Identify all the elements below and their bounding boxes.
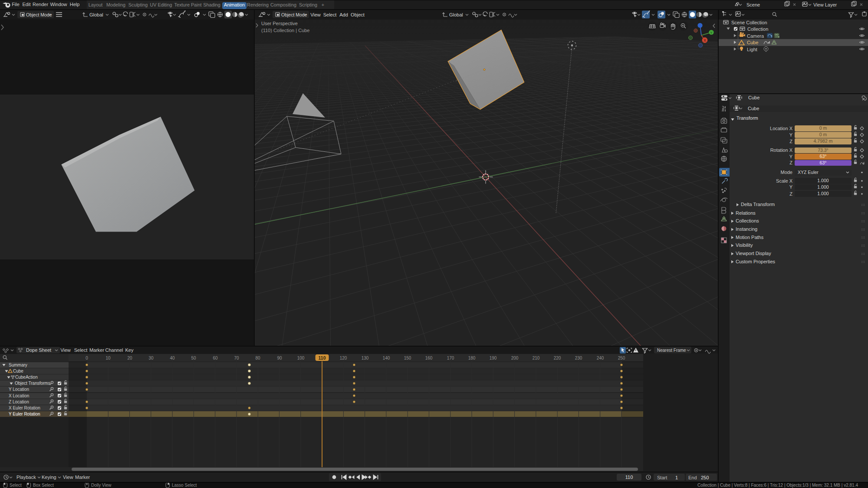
svg-text:Y: Y <box>710 31 713 35</box>
svg-text:User Perspective: User Perspective <box>261 21 298 26</box>
svg-text:(110) Collection | Cube: (110) Collection | Cube <box>261 28 310 33</box>
svg-text:110: 110 <box>319 355 326 360</box>
svg-text:X: X <box>704 38 706 43</box>
